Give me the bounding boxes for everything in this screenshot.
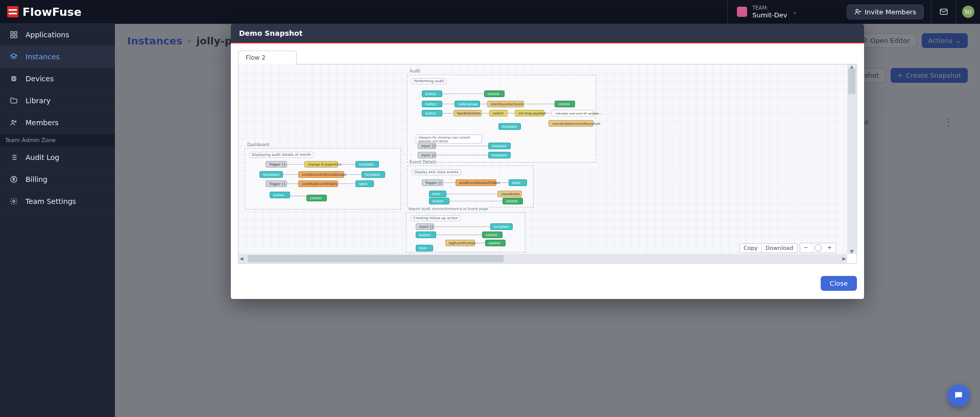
sidebar-item-devices[interactable]: Devices bbox=[0, 68, 115, 90]
svg-rect-5 bbox=[14, 35, 17, 38]
zoom-out-button[interactable]: − bbox=[800, 243, 812, 252]
node-inject[interactable]: Trigger {} bbox=[422, 179, 443, 186]
scroll-thumb[interactable] bbox=[848, 68, 855, 94]
scroll-down-icon[interactable]: ▼ bbox=[847, 249, 856, 254]
vertical-scrollbar[interactable]: ▲ ▼ bbox=[847, 64, 856, 254]
node-radio-group[interactable]: radio-group bbox=[455, 101, 480, 107]
scroll-right-icon[interactable]: ▶ bbox=[841, 254, 847, 263]
sidebar-label: Instances bbox=[26, 53, 60, 61]
inbox-button[interactable] bbox=[931, 0, 955, 24]
user-plus-icon bbox=[854, 8, 862, 15]
sidebar-label: Billing bbox=[26, 175, 47, 183]
sidebar-item-applications[interactable]: Applications bbox=[0, 24, 115, 46]
node-template[interactable]: template bbox=[355, 161, 379, 168]
flow-canvas[interactable]: Audit Performing audit button control bu… bbox=[238, 64, 847, 254]
svg-point-11 bbox=[13, 200, 15, 202]
node-function[interactable]: sendAvgScoreToTable bbox=[298, 180, 338, 187]
node-form[interactable]: form bbox=[429, 191, 446, 197]
node-control[interactable]: control bbox=[482, 231, 503, 238]
horizontal-scrollbar[interactable]: ◀ ▶ bbox=[238, 254, 847, 263]
list-icon bbox=[9, 153, 18, 162]
chevron-down-icon: ⌄ bbox=[792, 8, 797, 15]
group-title: Dashboard bbox=[246, 143, 270, 147]
main: Instances › jolly-pallid-harrier-4653 ru… bbox=[115, 24, 980, 417]
zoom-reset-button[interactable] bbox=[815, 244, 822, 251]
snapshot-modal: Demo Snapshot Flow 2 Audit Performing au… bbox=[231, 24, 864, 299]
node-table[interactable]: table bbox=[509, 179, 527, 186]
node-table[interactable]: table bbox=[355, 180, 374, 187]
topbar: FlowFuse TEAM: Sumit-Dev ⌄ Invite Member… bbox=[0, 0, 980, 24]
node-control[interactable]: control bbox=[555, 101, 575, 107]
scroll-left-icon[interactable]: ◀ bbox=[238, 254, 245, 263]
node-form[interactable]: form bbox=[416, 245, 433, 251]
flow-tab[interactable]: Flow 2 bbox=[238, 51, 297, 64]
team-label: TEAM: bbox=[752, 5, 787, 11]
copy-button[interactable]: Copy bbox=[740, 244, 762, 252]
sidebar-item-billing[interactable]: Billing bbox=[0, 169, 115, 191]
group-event-details: Event Details Display and close events T… bbox=[407, 166, 534, 207]
node-control[interactable]: control bbox=[485, 240, 506, 246]
node-template[interactable]: template bbox=[498, 123, 521, 130]
node-function[interactable]: calculateTotalScoreAndPauseAudit bbox=[548, 120, 593, 127]
flow-canvas-wrap: Audit Performing audit button control bu… bbox=[238, 64, 857, 264]
node-function[interactable]: handleActions bbox=[453, 110, 482, 117]
node-control[interactable]: control bbox=[484, 90, 505, 97]
brand[interactable]: FlowFuse bbox=[0, 6, 89, 18]
sidebar-item-team-settings[interactable]: Team Settings bbox=[0, 191, 115, 213]
envelope-icon bbox=[939, 7, 948, 16]
node-template[interactable]: template bbox=[488, 143, 511, 149]
node-function[interactable]: Calculate and reset all variable… bbox=[552, 110, 593, 117]
sidebar-item-audit-log[interactable]: Audit Log bbox=[0, 147, 115, 169]
team-selector[interactable]: TEAM: Sumit-Dev ⌄ bbox=[727, 0, 840, 24]
user-avatar: SU bbox=[962, 6, 974, 18]
brand-text: FlowFuse bbox=[22, 6, 82, 18]
zoom-in-button[interactable]: + bbox=[824, 243, 835, 252]
node-template[interactable]: template bbox=[490, 223, 513, 230]
sidebar-item-instances[interactable]: Instances bbox=[0, 46, 115, 68]
node-inject[interactable]: inject {} bbox=[416, 223, 434, 230]
user-menu[interactable]: SU bbox=[955, 0, 980, 24]
node-function[interactable]: closeAction bbox=[497, 191, 522, 197]
node-change[interactable]: set msg.payload bbox=[515, 110, 544, 117]
node-function[interactable]: storeQuestionScore bbox=[487, 101, 524, 107]
node-control[interactable]: control bbox=[306, 195, 327, 201]
sidebar-label: Team Settings bbox=[26, 197, 76, 205]
comment-node: Performing audit bbox=[412, 78, 446, 84]
node-switch[interactable]: switch bbox=[489, 110, 508, 117]
sidebar-label: Applications bbox=[26, 31, 69, 39]
close-button[interactable]: Close bbox=[821, 276, 857, 291]
svg-rect-2 bbox=[11, 32, 13, 34]
node-control[interactable]: control bbox=[503, 198, 523, 204]
node-button[interactable]: button bbox=[416, 231, 436, 238]
node-inject[interactable]: inject {} bbox=[418, 143, 436, 149]
node-function[interactable]: sendScoreAndScoreDetails bbox=[298, 171, 344, 178]
group-report: Report audit nonconformance or Event pag… bbox=[406, 213, 525, 252]
svg-rect-4 bbox=[11, 35, 13, 38]
node-button[interactable]: button bbox=[422, 90, 442, 97]
scroll-thumb[interactable] bbox=[248, 255, 504, 262]
node-function[interactable]: logEventFuntion bbox=[445, 240, 475, 246]
invite-members-button[interactable]: Invite Members bbox=[847, 5, 924, 19]
comment-node: Display and close events bbox=[412, 169, 461, 175]
sidebar-item-library[interactable]: Library bbox=[0, 90, 115, 112]
node-inject[interactable]: Trigger {} bbox=[266, 180, 287, 187]
node-inject[interactable]: Trigger {} bbox=[266, 161, 287, 168]
flow-tabs: Flow 2 bbox=[238, 51, 857, 64]
node-button[interactable]: button bbox=[270, 192, 290, 198]
node-function[interactable]: sendEventDetailsToTable bbox=[456, 179, 496, 186]
comment-node: Creating follow-up action bbox=[411, 215, 461, 221]
node-dropdown[interactable]: dropdown bbox=[259, 171, 283, 178]
node-button[interactable]: button bbox=[429, 198, 449, 204]
node-template[interactable]: template bbox=[362, 171, 385, 178]
sidebar-item-members[interactable]: Members bbox=[0, 112, 115, 134]
group-dashboard: Dashboard Displaying audit details of mo… bbox=[245, 148, 401, 210]
node-change[interactable]: change 6 properties bbox=[304, 161, 338, 168]
modal-backdrop[interactable]: Demo Snapshot Flow 2 Audit Performing au… bbox=[115, 24, 980, 417]
download-button[interactable]: Download bbox=[762, 244, 797, 252]
node-template[interactable]: template bbox=[488, 152, 511, 158]
node-button[interactable]: button bbox=[422, 101, 442, 107]
node-inject[interactable]: inject {} bbox=[418, 152, 436, 158]
cpu-icon bbox=[9, 74, 18, 83]
chat-button[interactable] bbox=[947, 384, 970, 407]
node-button[interactable]: button bbox=[422, 110, 442, 117]
